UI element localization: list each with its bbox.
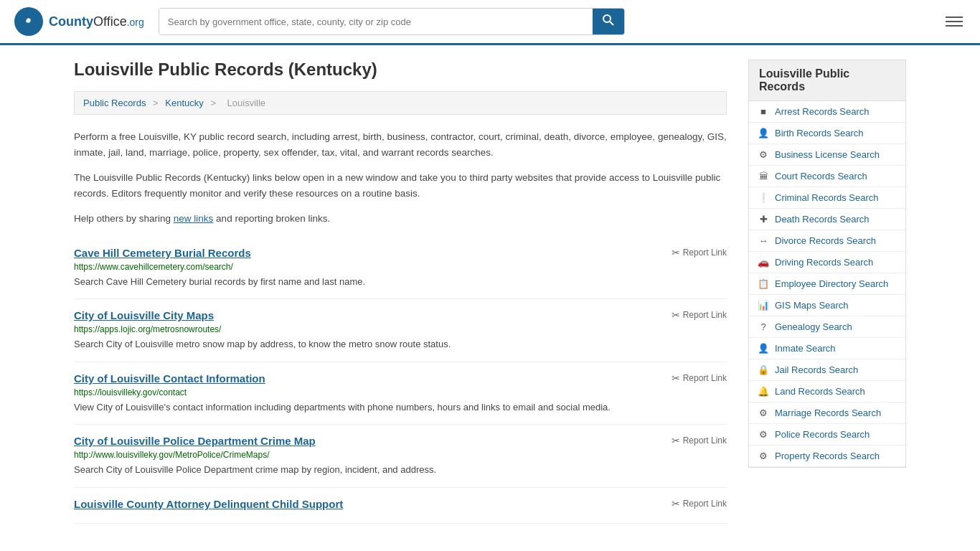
search-bar [159, 8, 625, 35]
records-list: Cave Hill Cemetery Burial Records ✂ Repo… [74, 237, 727, 524]
svg-line-3 [610, 22, 613, 25]
menu-icon-line [946, 17, 963, 18]
breadcrumb-current: Louisville [227, 98, 265, 108]
sidebar-label-2: Business License Search [775, 149, 880, 160]
logo-text: CountyOffice.org [49, 14, 144, 29]
page-title: Louisville Public Records (Kentucky) [74, 60, 727, 80]
sidebar-icon-11: 👤 [758, 343, 769, 354]
search-input[interactable] [159, 9, 593, 34]
sidebar-label-14: Marriage Records Search [775, 408, 881, 418]
record-url-0[interactable]: https://www.cavehillcemetery.com/search/ [74, 262, 727, 272]
sidebar-item-15[interactable]: ⚙ Police Records Search [749, 424, 905, 446]
record-title-3[interactable]: City of Louisville Police Department Cri… [74, 435, 316, 447]
sidebar-item-0[interactable]: ■ Arrest Records Search [749, 101, 905, 123]
menu-icon-line [946, 21, 963, 22]
record-entry: Louisville County Attorney Delinquent Ch… [74, 488, 727, 524]
sidebar-item-8[interactable]: 📋 Employee Directory Search [749, 273, 905, 295]
sidebar-icon-2: ⚙ [758, 149, 769, 160]
breadcrumb-separator: > [210, 98, 218, 108]
sidebar-icon-10: ? [758, 321, 769, 332]
record-header-2: City of Louisville Contact Information ✂… [74, 372, 727, 385]
record-entry: City of Louisville Contact Information ✂… [74, 362, 727, 425]
breadcrumb-link-kentucky[interactable]: Kentucky [165, 98, 203, 108]
sidebar-list: ■ Arrest Records Search 👤 Birth Records … [748, 101, 906, 468]
sidebar-item-4[interactable]: ❕ Criminal Records Search [749, 187, 905, 209]
sidebar-label-11: Inmate Search [775, 343, 836, 354]
record-desc-2: View City of Louisville's contact inform… [74, 400, 727, 415]
sidebar-item-3[interactable]: 🏛 Court Records Search [749, 166, 905, 187]
sidebar-icon-0: ■ [758, 106, 769, 117]
sidebar-icon-13: 🔔 [758, 386, 769, 397]
search-button[interactable] [593, 9, 624, 34]
report-icon-3: ✂ [672, 435, 680, 446]
sidebar-label-5: Death Records Search [775, 214, 870, 225]
sidebar-icon-6: ↔ [758, 235, 769, 246]
sidebar-icon-14: ⚙ [758, 408, 769, 418]
record-desc-0: Search Cave Hill Cemetery burial records… [74, 275, 727, 289]
record-entry: Cave Hill Cemetery Burial Records ✂ Repo… [74, 237, 727, 300]
sidebar-item-9[interactable]: 📊 GIS Maps Search [749, 295, 905, 316]
report-icon-1: ✂ [672, 309, 680, 321]
record-url-1[interactable]: https://apps.lojic.org/metrosnowroutes/ [74, 324, 727, 334]
record-desc-3: Search City of Louisville Police Departm… [74, 463, 727, 477]
breadcrumb-separator: > [153, 98, 161, 108]
sidebar-item-13[interactable]: 🔔 Land Records Search [749, 381, 905, 402]
report-link-0[interactable]: ✂ Report Link [672, 247, 727, 258]
record-entry: City of Louisville Police Department Cri… [74, 425, 727, 488]
sidebar-icon-8: 📋 [758, 278, 769, 289]
sidebar-label-9: GIS Maps Search [775, 300, 849, 311]
sidebar-item-16[interactable]: ⚙ Property Records Search [749, 446, 905, 467]
sidebar-label-4: Criminal Records Search [775, 192, 879, 203]
header: CountyOffice.org [0, 0, 980, 45]
sidebar-label-1: Birth Records Search [775, 128, 864, 138]
sidebar-item-10[interactable]: ? Genealogy Search [749, 316, 905, 338]
logo: CountyOffice.org [14, 7, 144, 36]
sidebar-label-3: Court Records Search [775, 171, 867, 182]
record-title-1[interactable]: City of Louisville City Maps [74, 309, 214, 321]
main-container: Louisville Public Records (Kentucky) Pub… [60, 45, 920, 538]
report-link-1[interactable]: ✂ Report Link [672, 309, 727, 321]
sidebar-item-1[interactable]: 👤 Birth Records Search [749, 123, 905, 144]
sidebar-icon-15: ⚙ [758, 429, 769, 440]
sidebar-item-6[interactable]: ↔ Divorce Records Search [749, 230, 905, 252]
report-link-2[interactable]: ✂ Report Link [672, 372, 727, 384]
sidebar-title: Louisville Public Records [748, 60, 906, 101]
record-title-4[interactable]: Louisville County Attorney Delinquent Ch… [74, 498, 343, 510]
report-icon-4: ✂ [672, 498, 680, 509]
svg-point-1 [27, 19, 30, 22]
sidebar-label-7: Driving Records Search [775, 257, 873, 268]
sidebar-label-0: Arrest Records Search [775, 106, 870, 117]
sidebar-item-7[interactable]: 🚗 Driving Records Search [749, 252, 905, 273]
sidebar-item-11[interactable]: 👤 Inmate Search [749, 338, 905, 359]
record-header-4: Louisville County Attorney Delinquent Ch… [74, 498, 727, 510]
logo-icon [14, 7, 43, 36]
sidebar-item-5[interactable]: ✚ Death Records Search [749, 209, 905, 230]
content-area: Louisville Public Records (Kentucky) Pub… [74, 60, 727, 524]
sidebar-item-2[interactable]: ⚙ Business License Search [749, 144, 905, 166]
report-icon-2: ✂ [672, 372, 680, 384]
sidebar-icon-9: 📊 [758, 300, 769, 311]
breadcrumb-link-public-records[interactable]: Public Records [83, 98, 146, 108]
sidebar-label-13: Land Records Search [775, 386, 865, 397]
sidebar-item-12[interactable]: 🔒 Jail Records Search [749, 359, 905, 381]
record-title-2[interactable]: City of Louisville Contact Information [74, 372, 265, 385]
record-header-3: City of Louisville Police Department Cri… [74, 435, 727, 447]
menu-button[interactable] [943, 14, 966, 29]
sidebar-label-8: Employee Directory Search [775, 278, 888, 289]
record-url-2[interactable]: https://louisvilleky.gov/contact [74, 387, 727, 397]
new-links-link[interactable]: new links [174, 213, 214, 224]
sidebar-label-10: Genealogy Search [775, 321, 852, 332]
description-3: Help others by sharing new links and rep… [74, 211, 727, 227]
sidebar-label-6: Divorce Records Search [775, 235, 876, 246]
sidebar-icon-5: ✚ [758, 214, 769, 225]
sidebar-label-12: Jail Records Search [775, 364, 858, 375]
report-link-3[interactable]: ✂ Report Link [672, 435, 727, 446]
sidebar-icon-16: ⚙ [758, 451, 769, 461]
record-url-3[interactable]: http://www.louisvilleky.gov/MetroPolice/… [74, 450, 727, 460]
sidebar-icon-1: 👤 [758, 128, 769, 138]
record-title-0[interactable]: Cave Hill Cemetery Burial Records [74, 247, 251, 259]
sidebar-icon-12: 🔒 [758, 364, 769, 375]
report-link-4[interactable]: ✂ Report Link [672, 498, 727, 509]
sidebar-item-14[interactable]: ⚙ Marriage Records Search [749, 402, 905, 424]
record-header-0: Cave Hill Cemetery Burial Records ✂ Repo… [74, 247, 727, 259]
